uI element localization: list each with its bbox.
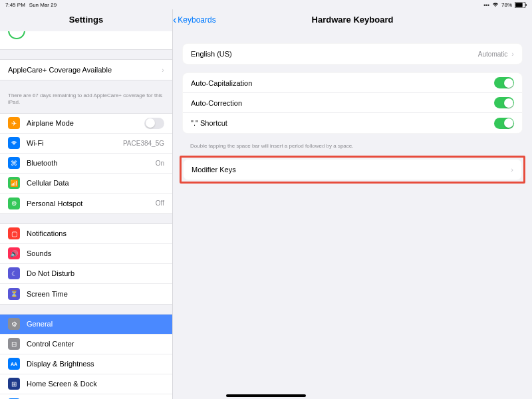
language-row[interactable]: English (US) Automatic ›: [183, 44, 522, 64]
wifi-row[interactable]: Wi-Fi PACE384_5G: [0, 134, 172, 154]
shortcut-toggle[interactable]: [494, 118, 514, 129]
chevron-left-icon: ‹: [173, 14, 176, 26]
modifier-keys-row[interactable]: Modifier Keys ›: [184, 160, 521, 180]
sounds-row[interactable]: 🔊 Sounds: [0, 244, 172, 264]
airplane-toggle[interactable]: [144, 118, 164, 129]
detail-pane: ‹ Keyboards Hardware Keyboard English (U…: [173, 9, 532, 399]
control-center-row[interactable]: ⊟ Control Center: [0, 334, 172, 354]
hotspot-row[interactable]: ⊚ Personal Hotspot Off: [0, 194, 172, 213]
apple-id-peek[interactable]: [0, 31, 172, 50]
wifi-icon: [492, 2, 499, 7]
page-title: Hardware Keyboard: [312, 15, 394, 25]
sidebar: Settings AppleCare+ Coverage Available ›…: [0, 9, 173, 399]
chevron-right-icon: ›: [162, 66, 164, 74]
applecare-row[interactable]: AppleCare+ Coverage Available ›: [0, 60, 172, 80]
autocorrect-toggle[interactable]: [494, 97, 514, 108]
screentime-row[interactable]: ⏳ Screen Time: [0, 284, 172, 304]
cellular-bars-icon: ▪▪▪: [483, 2, 489, 8]
dnd-row[interactable]: ☾ Do Not Disturb: [0, 264, 172, 284]
cellular-row[interactable]: 📶 Cellular Data: [0, 174, 172, 194]
status-bar: 7:45 PM Sun Mar 29 ▪▪▪ 78%: [0, 0, 532, 9]
home-indicator[interactable]: [226, 394, 306, 397]
autocorrect-row[interactable]: Auto-Correction: [183, 93, 522, 113]
general-row[interactable]: ⚙ General: [0, 315, 172, 334]
svg-rect-1: [515, 3, 523, 7]
shortcut-row[interactable]: "." Shortcut: [183, 113, 522, 133]
battery-percentage: 78%: [501, 2, 512, 8]
highlight-annotation: Modifier Keys ›: [180, 156, 525, 184]
status-time: 7:45 PM: [5, 2, 25, 8]
wifi-settings-icon: [8, 137, 20, 149]
bluetooth-row[interactable]: ⌘ Bluetooth On: [0, 154, 172, 174]
hotspot-icon: ⊚: [8, 198, 20, 209]
hourglass-icon: ⏳: [8, 288, 20, 300]
sliders-icon: ⊟: [8, 338, 20, 350]
battery-icon: [515, 2, 527, 8]
accessibility-row[interactable]: ☺ Accessibility: [0, 394, 172, 399]
applecare-note: There are 67 days remaining to add Apple…: [0, 90, 172, 113]
chevron-right-icon: ›: [511, 50, 514, 58]
notifications-row[interactable]: ▢ Notifications: [0, 224, 172, 244]
sidebar-title: Settings: [0, 15, 172, 25]
applecare-label: AppleCare+ Coverage Available: [8, 66, 158, 74]
autocap-toggle[interactable]: [494, 77, 514, 88]
cellular-icon: 📶: [8, 177, 20, 189]
bluetooth-icon: ⌘: [8, 157, 20, 169]
svg-rect-2: [526, 4, 527, 6]
autocap-row[interactable]: Auto-Capitalization: [183, 73, 522, 93]
airplane-icon: ✈: [8, 117, 20, 129]
notifications-icon: ▢: [8, 227, 20, 239]
homescreen-row[interactable]: ⊞ Home Screen & Dock: [0, 374, 172, 394]
airplane-mode-row[interactable]: ✈ Airplane Mode: [0, 114, 172, 134]
shortcut-caption: Double tapping the space bar will insert…: [173, 142, 532, 156]
chevron-right-icon: ›: [511, 166, 513, 174]
back-button[interactable]: ‹ Keyboards: [173, 14, 216, 26]
sounds-icon: 🔊: [8, 247, 20, 259]
display-row[interactable]: AA Display & Brightness: [0, 354, 172, 374]
status-date: Sun Mar 29: [29, 2, 57, 8]
grid-icon: ⊞: [8, 378, 20, 390]
gear-icon: ⚙: [8, 318, 20, 330]
moon-icon: ☾: [8, 267, 20, 279]
display-icon: AA: [8, 358, 20, 370]
